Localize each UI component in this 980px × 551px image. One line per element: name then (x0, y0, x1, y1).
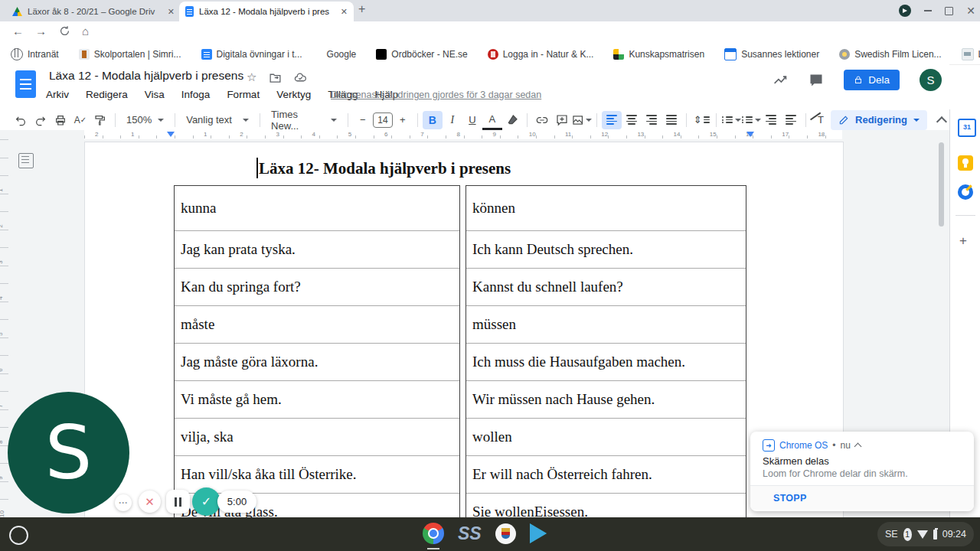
stop-sharing-button[interactable]: STOPP (750, 485, 974, 510)
table-cell[interactable]: Sie wollen Eis essen. (466, 493, 746, 517)
google-docs-logo-icon[interactable] (15, 70, 36, 98)
table-cell[interactable]: Wir müssen nach Hause gehen. (466, 380, 746, 418)
paint-format-icon[interactable] (90, 111, 110, 129)
menu-redigera[interactable]: Redigera (86, 89, 128, 100)
document-outline-icon[interactable] (18, 153, 34, 168)
reload-icon[interactable] (58, 24, 71, 40)
table-cell[interactable]: wollen (466, 418, 746, 455)
bookmark-item[interactable]: Digitala övningar i t... (201, 49, 302, 60)
clear-formatting-icon[interactable]: T (811, 111, 831, 129)
numbered-list-icon[interactable] (721, 111, 741, 129)
indent-marker[interactable] (167, 132, 175, 137)
increase-font-icon[interactable]: + (393, 111, 413, 129)
table-cell[interactable]: können (466, 186, 746, 230)
text-color-icon[interactable]: A (482, 109, 502, 130)
paragraph-style-select[interactable]: Vanlig text (180, 111, 255, 129)
tab-google-docs[interactable]: Läxa 12 - Modala hjälpverb i pres ✕ (179, 2, 354, 21)
last-edit-link[interactable]: Den senaste ändringen gjordes för 3 daga… (331, 90, 541, 100)
horizontal-ruler[interactable]: 21123456789101112131415161718 (0, 130, 949, 139)
loom-cancel-button[interactable]: ✕ (139, 491, 161, 513)
bookmark-item[interactable]: Intranät (11, 48, 59, 60)
zoom-select[interactable]: 150% (120, 111, 170, 129)
indent-marker[interactable] (746, 132, 754, 137)
google-tasks-icon[interactable] (958, 184, 973, 200)
table-cell[interactable]: vilja, ska (175, 418, 459, 455)
launcher-icon[interactable] (9, 526, 28, 545)
spellcheck-icon[interactable]: A✓ (70, 111, 90, 129)
star-document-icon[interactable]: ☆ (247, 70, 256, 84)
menu-arkiv[interactable]: Arkiv (46, 89, 69, 100)
font-select[interactable]: Times New... (265, 111, 343, 129)
table-cell[interactable]: kunna (175, 186, 459, 230)
italic-icon[interactable]: I (443, 111, 462, 129)
chrome-app-icon[interactable] (423, 523, 444, 544)
close-tab-icon[interactable]: ✕ (341, 7, 348, 17)
bookmark-item[interactable]: Ordböcker - NE.se (376, 49, 467, 60)
align-left-icon[interactable] (602, 111, 622, 129)
account-avatar[interactable]: S (920, 69, 942, 91)
document-heading[interactable]: Läxa 12- Modala hjälpverb i presens (259, 159, 511, 178)
close-window-icon[interactable]: ✕ (966, 5, 975, 16)
play-store-icon[interactable] (530, 523, 547, 543)
loom-pause-button[interactable] (166, 490, 190, 514)
menu-infoga[interactable]: Infoga (181, 89, 211, 100)
move-folder-icon[interactable] (269, 71, 282, 84)
table-cell[interactable]: Ich kann Deutsch sprechen. (466, 230, 746, 268)
table-cell[interactable]: Kan du springa fort? (175, 268, 459, 305)
document-page[interactable]: Läxa 12- Modala hjälpverb i presens kunn… (84, 142, 844, 517)
ss-app-icon[interactable]: SS (458, 523, 482, 544)
add-comment-icon[interactable] (552, 111, 572, 129)
align-center-icon[interactable] (622, 111, 642, 129)
bookmark-item[interactable]: LearningApps.org -... (962, 48, 980, 60)
new-tab-button[interactable]: + (358, 2, 365, 16)
loom-finish-button[interactable]: ✓ (192, 487, 220, 516)
table-cell[interactable]: måste (175, 305, 459, 343)
google-keep-icon[interactable] (958, 155, 973, 171)
menu-visa[interactable]: Visa (145, 89, 165, 100)
loom-recording-indicator-icon[interactable] (899, 5, 911, 17)
document-title-field[interactable]: Läxa 12 - Modala hjälpverb i presens (49, 69, 243, 83)
redo-icon[interactable] (31, 111, 51, 129)
screen-share-notification[interactable]: ➜ Chrome OS • nu Skärmen delas Loom for … (750, 432, 974, 511)
undo-icon[interactable] (11, 111, 31, 129)
loom-more-button[interactable]: ··· (115, 494, 132, 511)
close-tab-icon[interactable]: ✕ (168, 7, 175, 17)
emblem-app-icon[interactable] (495, 523, 516, 544)
menu-format[interactable]: Format (227, 89, 260, 100)
vertical-scrollbar[interactable] (939, 142, 944, 227)
font-size-field[interactable]: 14 (373, 112, 393, 128)
home-icon[interactable]: ⌂ (82, 24, 89, 37)
table-cell[interactable]: Kannst du schnell laufen? (466, 268, 746, 305)
forward-icon[interactable]: → (35, 24, 47, 37)
table-cell[interactable]: Han vill/ska åka till Österrike. (175, 455, 459, 493)
cloud-saved-icon[interactable] (294, 71, 307, 84)
highlight-icon[interactable] (502, 111, 522, 129)
bookmark-item[interactable]: Skolportalen | Simri... (79, 49, 181, 60)
insert-link-icon[interactable] (532, 111, 552, 129)
loom-camera-bubble[interactable]: S (8, 392, 129, 514)
collapse-toolbar-icon[interactable] (936, 116, 947, 127)
align-right-icon[interactable] (642, 111, 662, 129)
back-icon[interactable]: ← (12, 24, 24, 37)
print-icon[interactable] (51, 111, 70, 129)
table-cell[interactable]: Er will nach Österreich fahren. (466, 455, 746, 493)
table-cell[interactable]: Jag måste göra läxorna. (175, 343, 459, 380)
table-cell[interactable]: Ich muss die Hausaufgaben machen. (466, 343, 746, 380)
tab-google-drive[interactable]: Läxor åk 8 - 20/21 – Google Driv ✕ (6, 2, 181, 21)
table-cell[interactable]: Vi måste gå hem. (175, 380, 459, 418)
bookmark-item[interactable]: Kunskapsmatrisen (613, 49, 704, 60)
bookmark-item[interactable]: Logga in - Natur & K... (488, 49, 594, 60)
collapse-notification-icon[interactable] (854, 443, 861, 451)
bulleted-list-icon[interactable] (741, 111, 761, 129)
table-cell[interactable]: müssen (466, 305, 746, 343)
add-addon-icon[interactable]: + (959, 233, 967, 249)
increase-indent-icon[interactable] (781, 111, 801, 129)
menu-verktyg[interactable]: Verktyg (276, 89, 311, 100)
minimize-window-icon[interactable] (924, 10, 932, 11)
bold-icon[interactable]: B (423, 111, 443, 129)
share-button[interactable]: Dela (844, 70, 900, 90)
line-spacing-icon[interactable]: ⇕ (691, 111, 711, 129)
activity-trend-icon[interactable] (773, 72, 789, 88)
bookmark-item[interactable]: Google (322, 49, 357, 60)
table-column-swedish[interactable]: kunnaJag kan prata tyska.Kan du springa … (174, 185, 460, 517)
